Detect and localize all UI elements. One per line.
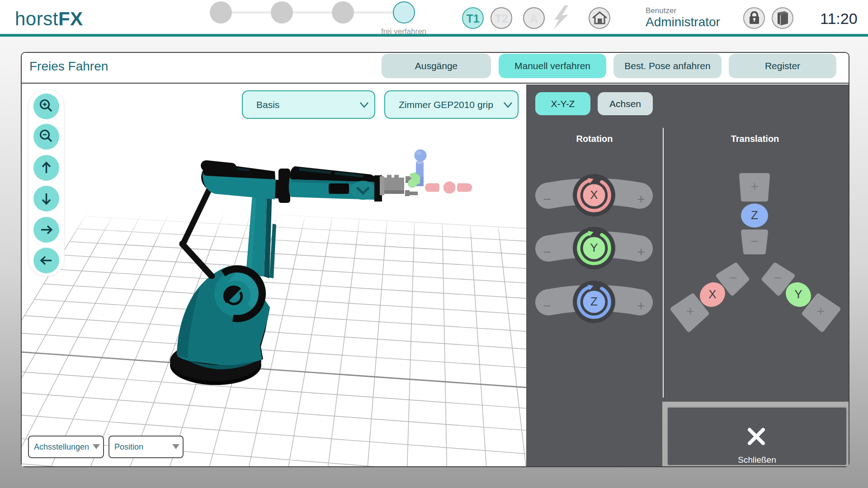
svg-text:X: X — [708, 287, 716, 301]
svg-text:+: + — [686, 304, 694, 319]
svg-text:−: − — [750, 234, 759, 249]
svg-text:X: X — [590, 188, 598, 202]
svg-text:−: − — [729, 270, 737, 285]
svg-text:−: − — [543, 192, 551, 206]
svg-text:−: − — [774, 270, 782, 285]
svg-text:Z: Z — [751, 208, 758, 222]
svg-text:−: − — [543, 244, 551, 259]
svg-text:+: + — [637, 298, 645, 313]
svg-text:Y: Y — [794, 287, 802, 301]
svg-text:−: − — [543, 298, 551, 313]
svg-text:+: + — [637, 244, 645, 259]
svg-text:+: + — [750, 179, 759, 194]
svg-text:+: + — [816, 304, 825, 319]
svg-text:Y: Y — [590, 241, 598, 254]
svg-text:Z: Z — [590, 295, 598, 308]
svg-text:+: + — [637, 192, 645, 206]
